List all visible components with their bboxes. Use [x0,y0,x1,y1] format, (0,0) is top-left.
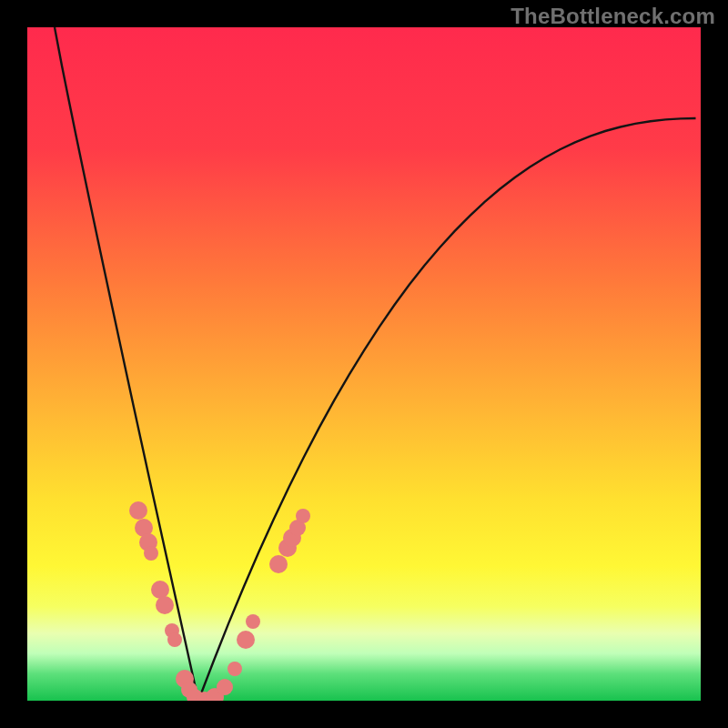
scatter-point [246,614,260,629]
scatter-point [144,546,158,561]
scatter-point [156,596,174,614]
chart-container: TheBottleneck.com [0,0,728,728]
plot-background-gradient [27,27,701,701]
scatter-point [237,631,255,649]
bottleneck-chart [0,0,728,728]
scatter-point [269,555,288,573]
scatter-point [151,581,169,599]
watermark-label: TheBottleneck.com [511,4,715,29]
scatter-point [228,662,242,676]
scatter-point [129,501,147,520]
scatter-point [167,632,182,647]
scatter-point [217,679,233,695]
scatter-point [296,509,310,523]
